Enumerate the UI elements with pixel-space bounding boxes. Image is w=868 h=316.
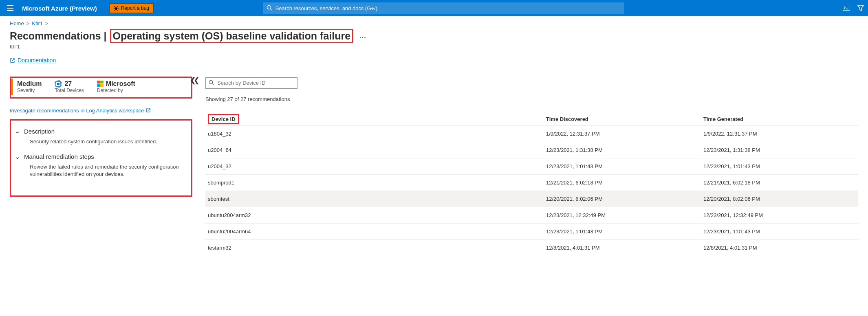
page-title: Recommendations | Operating system (OS) … (10, 29, 858, 43)
stat-severity-value: Medium (17, 80, 42, 88)
table-cell: 1/9/2022, 12:31:37 PM (544, 125, 701, 142)
stat-severity: Medium Severity (11, 79, 49, 95)
chevron-down-icon: ⌄ (14, 154, 21, 160)
filter-icon[interactable] (857, 5, 864, 11)
chip-icon (55, 80, 62, 88)
page-title-highlight: Operating system (OS) baseline validatio… (110, 29, 354, 43)
stat-severity-label: Severity (17, 88, 42, 93)
column-device-id[interactable]: Device ID (205, 113, 544, 126)
result-count: Showing 27 of 27 recommendations (205, 96, 858, 102)
stat-devices: 27 Total Devices (49, 79, 91, 95)
table-cell: 12/20/2021, 8:02:06 PM (544, 191, 701, 207)
table-cell: 12/20/2021, 8:02:06 PM (701, 191, 858, 207)
column-time-discovered[interactable]: Time Discovered (544, 113, 701, 126)
documentation-link[interactable]: Documentation (10, 57, 56, 64)
global-search (263, 2, 624, 14)
table-cell: u2004_32 (205, 158, 544, 174)
svg-rect-6 (843, 5, 850, 11)
table-cell: 12/23/2021, 12:32:49 PM (544, 207, 701, 223)
hamburger-icon (7, 5, 13, 11)
breadcrumb-home[interactable]: Home (10, 20, 24, 26)
chevron-right-icon: > (26, 20, 30, 26)
search-icon (267, 5, 272, 11)
remediation-toggle[interactable]: ⌄ Manual remediation steps (15, 151, 187, 162)
table-row[interactable]: u2004_3212/23/2021, 1:01:43 PM12/23/2021… (205, 158, 858, 174)
table-cell: 12/23/2021, 1:01:43 PM (701, 158, 858, 174)
info-box: ⌄ Description Security related system co… (10, 119, 192, 197)
menu-button[interactable] (4, 2, 16, 14)
table-cell: ubuntu2004arm32 (205, 207, 544, 223)
breadcrumb: Home > Kfir1 > (10, 20, 858, 26)
table-cell: 12/8/2021, 4:01:31 PM (544, 239, 701, 256)
svg-rect-0 (7, 5, 13, 6)
cloud-shell-icon[interactable] (843, 5, 850, 11)
report-bug-label: Report a bug (121, 5, 149, 11)
stat-detected: Microsoft Detected by (91, 79, 143, 95)
page-title-prefix: Recommendations | (10, 30, 107, 42)
svg-line-5 (271, 9, 272, 10)
external-link-icon (146, 108, 151, 113)
brand-title: Microsoft Azure (Preview) (22, 5, 97, 12)
right-pane: Showing 27 of 27 recommendations Device … (197, 77, 858, 256)
table-cell: 12/23/2021, 12:32:49 PM (701, 207, 858, 223)
page-subtitle: Kfir1 (10, 44, 858, 50)
table-cell: 12/23/2021, 1:31:38 PM (544, 142, 701, 158)
more-button[interactable]: … (359, 32, 366, 40)
table-cell: testarm32 (205, 239, 544, 256)
remediation-title: Manual remediation steps (24, 153, 94, 160)
table-cell: ubuntu2004arm64 (205, 223, 544, 239)
svg-point-10 (209, 80, 212, 83)
svg-point-4 (267, 6, 271, 9)
remediation-body: Review the failed rules and remediate th… (15, 162, 187, 183)
global-search-input[interactable] (263, 2, 624, 14)
table-row[interactable]: sbomprod112/21/2021, 6:02:18 PM12/21/202… (205, 174, 858, 191)
chevron-down-icon: ⌄ (14, 128, 21, 134)
search-icon (209, 80, 214, 85)
svg-rect-9 (57, 83, 59, 85)
top-bar: Microsoft Azure (Preview) Report a bug (0, 0, 868, 16)
stat-devices-label: Total Devices (55, 88, 84, 93)
stat-detected-value: Microsoft (106, 80, 135, 88)
topbar-right (843, 5, 864, 11)
svg-point-3 (115, 7, 117, 10)
table-cell: 12/23/2021, 1:01:43 PM (544, 223, 701, 239)
svg-rect-2 (7, 10, 13, 11)
device-filter-input[interactable] (205, 77, 297, 89)
stat-devices-value: 27 (64, 80, 72, 88)
stats-box: Medium Severity 27 Total Devices Microso… (10, 77, 192, 99)
table-row[interactable]: ubuntu2004arm6412/23/2021, 1:01:43 PM12/… (205, 223, 858, 239)
breadcrumb-item[interactable]: Kfir1 (32, 20, 43, 26)
table-cell: u2004_64 (205, 142, 544, 158)
table-cell: 12/23/2021, 1:01:43 PM (701, 223, 858, 239)
column-time-generated[interactable]: Time Generated (701, 113, 858, 126)
table-cell: 12/8/2021, 4:01:31 PM (701, 239, 858, 256)
investigate-label: Investigate recommendations in Log Analy… (10, 108, 144, 114)
bug-icon (114, 6, 119, 11)
table-cell: 12/23/2021, 1:01:43 PM (544, 158, 701, 174)
table-row[interactable]: testarm3212/8/2021, 4:01:31 PM12/8/2021,… (205, 239, 858, 256)
stat-detected-label: Detected by (97, 88, 135, 93)
chevron-right-icon: > (45, 20, 48, 26)
microsoft-logo-icon (97, 81, 104, 87)
report-bug-button[interactable]: Report a bug (109, 3, 154, 13)
svg-line-11 (212, 83, 214, 85)
description-title: Description (24, 128, 55, 135)
description-toggle[interactable]: ⌄ Description (15, 125, 187, 137)
table-row[interactable]: u1804_321/9/2022, 12:31:37 PM1/9/2022, 1… (205, 125, 858, 142)
device-table: Device ID Time Discovered Time Generated… (205, 113, 858, 256)
svg-rect-1 (7, 8, 13, 9)
table-cell: 12/23/2021, 1:31:38 PM (701, 142, 858, 158)
table-cell: sbomtest (205, 191, 544, 207)
table-row[interactable]: u2004_6412/23/2021, 1:31:38 PM12/23/2021… (205, 142, 858, 158)
table-cell: sbomprod1 (205, 174, 544, 191)
investigate-link[interactable]: Investigate recommendations in Log Analy… (10, 108, 151, 114)
table-cell: 12/21/2021, 6:02:18 PM (701, 174, 858, 191)
table-cell: u1804_32 (205, 125, 544, 142)
table-cell: 1/9/2022, 12:31:37 PM (701, 125, 858, 142)
left-pane: ❮❮ Medium Severity 27 Total Devices (10, 77, 197, 256)
external-link-icon (10, 58, 15, 63)
table-row[interactable]: ubuntu2004arm3212/23/2021, 12:32:49 PM12… (205, 207, 858, 223)
collapse-left-pane[interactable]: ❮❮ (190, 76, 197, 85)
table-cell: 12/21/2021, 6:02:18 PM (544, 174, 701, 191)
table-row[interactable]: sbomtest12/20/2021, 8:02:06 PM12/20/2021… (205, 191, 858, 207)
